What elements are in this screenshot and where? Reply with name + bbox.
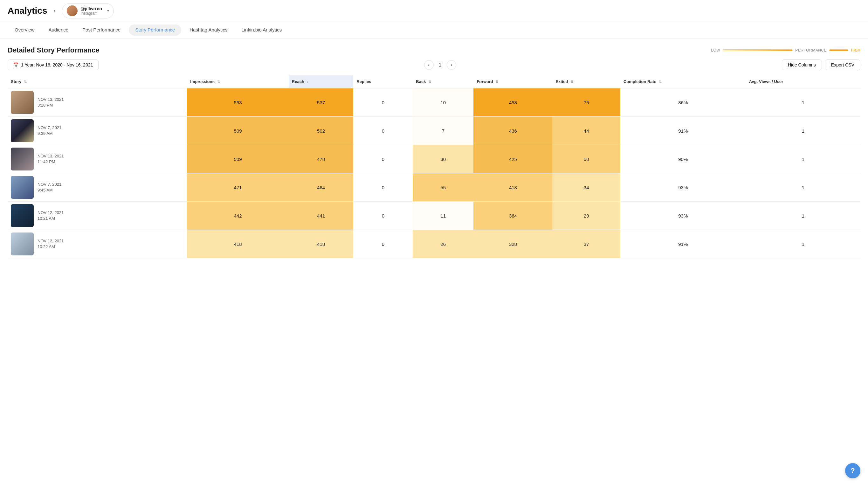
section-title: Detailed Story Performance — [8, 46, 99, 54]
performance-legend: LOW PERFORMANCE HIGH — [711, 48, 860, 53]
col-story-label: Story — [11, 79, 21, 84]
col-completion-rate[interactable]: Completion Rate ⇅ — [620, 75, 746, 88]
tab-linkin-bio[interactable]: Linkin.bio Analytics — [234, 22, 289, 38]
hide-columns-button[interactable]: Hide Columns — [782, 59, 822, 70]
reach-cell-4-inner: 441 — [289, 202, 353, 230]
avg-views-cell-5: 1 — [746, 230, 860, 258]
date-range-label: 1 Year: Nov 16, 2020 - Nov 16, 2021 — [21, 62, 93, 67]
reach-cell-0-inner: 537 — [289, 88, 353, 116]
table-row: NOV 7, 20219:45 AM 4714640554133493%1 — [8, 173, 860, 202]
story-cell-4: NOV 12, 202110:21 AM — [8, 202, 187, 230]
account-selector[interactable]: @jillwrren Instagram ▾ — [62, 3, 114, 19]
back-cell-3-inner: 55 — [413, 173, 473, 201]
forward-cell-4-inner: 364 — [473, 202, 552, 230]
col-impressions-label: Impressions — [190, 79, 215, 84]
impressions-cell-2-inner: 509 — [187, 145, 288, 173]
impressions-cell-3: 471 — [187, 173, 288, 202]
section-header: Detailed Story Performance LOW PERFORMAN… — [8, 46, 860, 54]
legend-gradient-bar — [723, 49, 793, 51]
col-forward[interactable]: Forward ⇅ — [473, 75, 552, 88]
avg-views-cell-4: 1 — [746, 202, 860, 230]
back-cell-4-inner: 11 — [413, 202, 473, 230]
col-avg-views[interactable]: Avg. Views / User — [746, 75, 860, 88]
nav-tabs: Overview Audience Post Performance Story… — [0, 22, 868, 38]
impressions-cell-4-inner: 442 — [187, 202, 288, 230]
controls-row: 📅 1 Year: Nov 16, 2020 - Nov 16, 2021 ‹ … — [8, 59, 860, 70]
forward-cell-3: 413 — [473, 173, 552, 202]
story-cell-1: NOV 7, 20219:39 AM — [8, 117, 187, 145]
back-cell-2-inner: 30 — [413, 145, 473, 173]
exited-cell-1: 44 — [552, 117, 620, 145]
completion-rate-cell-3: 93% — [620, 173, 746, 202]
table-row: NOV 12, 202110:21 AM 4424410113642993%1 — [8, 202, 860, 230]
analytics-title: Analytics — [8, 6, 48, 16]
prev-page-button[interactable]: ‹ — [424, 60, 434, 70]
exited-cell-3-inner: 34 — [552, 173, 620, 201]
exited-cell-3: 34 — [552, 173, 620, 202]
story-thumbnail — [11, 176, 34, 199]
story-performance-table: Story ⇅ Impressions ⇅ Reach ↓ Replies — [8, 75, 860, 258]
top-bar: Analytics › @jillwrren Instagram ▾ — [0, 0, 868, 22]
col-replies[interactable]: Replies — [353, 75, 413, 88]
tab-hashtag-analytics[interactable]: Hashtag Analytics — [183, 22, 234, 38]
back-cell-5: 26 — [413, 230, 473, 258]
impressions-cell-5: 418 — [187, 230, 288, 258]
back-cell-1: 7 — [413, 117, 473, 145]
reach-cell-5-inner: 418 — [289, 230, 353, 258]
dropdown-arrow-icon: ▾ — [107, 8, 109, 13]
story-thumbnail — [11, 91, 34, 114]
col-story[interactable]: Story ⇅ — [8, 75, 187, 88]
story-date: NOV 7, 20219:45 AM — [37, 182, 61, 193]
action-buttons: Hide Columns Export CSV — [782, 59, 860, 70]
legend-low: LOW — [711, 48, 720, 53]
export-csv-button[interactable]: Export CSV — [825, 59, 860, 70]
account-info: @jillwrren Instagram — [81, 6, 102, 16]
tab-audience[interactable]: Audience — [42, 22, 76, 38]
story-date: NOV 13, 20213:28 PM — [37, 97, 64, 108]
date-range-button[interactable]: 📅 1 Year: Nov 16, 2020 - Nov 16, 2021 — [8, 59, 99, 70]
reach-cell-5: 418 — [289, 230, 353, 258]
story-date: NOV 12, 202110:21 AM — [37, 210, 64, 221]
tab-overview[interactable]: Overview — [8, 22, 42, 38]
tab-post-performance[interactable]: Post Performance — [75, 22, 127, 38]
forward-cell-4: 364 — [473, 202, 552, 230]
back-cell-0: 10 — [413, 88, 473, 117]
impressions-cell-1: 509 — [187, 117, 288, 145]
main-content: Detailed Story Performance LOW PERFORMAN… — [0, 38, 868, 266]
tab-story-performance[interactable]: Story Performance — [129, 25, 181, 36]
impressions-cell-5-inner: 418 — [187, 230, 288, 258]
exited-cell-0: 75 — [552, 88, 620, 117]
col-back[interactable]: Back ⇅ — [413, 75, 473, 88]
completion-rate-cell-5: 91% — [620, 230, 746, 258]
pagination: ‹ 1 › — [424, 60, 456, 70]
story-date: NOV 12, 202110:22 AM — [37, 238, 64, 250]
back-cell-1-inner: 7 — [413, 117, 473, 145]
sort-icon-forward: ⇅ — [495, 80, 498, 84]
avg-views-cell-0: 1 — [746, 88, 860, 117]
forward-cell-2-inner: 425 — [473, 145, 552, 173]
table-body: NOV 13, 20213:28 PM 5535370104587586%1 N… — [8, 88, 860, 258]
table-row: NOV 13, 202111:42 PM 5094780304255090%1 — [8, 145, 860, 173]
reach-cell-3: 464 — [289, 173, 353, 202]
story-cell-3: NOV 7, 20219:45 AM — [8, 173, 187, 202]
col-reach-label: Reach — [292, 79, 304, 84]
back-cell-2: 30 — [413, 145, 473, 173]
reach-cell-4: 441 — [289, 202, 353, 230]
replies-cell-5: 0 — [353, 230, 413, 258]
account-name: @jillwrren — [81, 6, 102, 11]
exited-cell-1-inner: 44 — [552, 117, 620, 145]
table-row: NOV 12, 202110:22 AM 4184180263283791%1 — [8, 230, 860, 258]
back-cell-3: 55 — [413, 173, 473, 202]
col-impressions[interactable]: Impressions ⇅ — [187, 75, 288, 88]
col-reach[interactable]: Reach ↓ — [289, 75, 353, 88]
avatar-image — [67, 5, 78, 16]
replies-cell-1: 0 — [353, 117, 413, 145]
impressions-cell-2: 509 — [187, 145, 288, 173]
story-thumbnail — [11, 204, 34, 227]
reach-cell-0: 537 — [289, 88, 353, 117]
sort-icon-reach: ↓ — [307, 80, 308, 84]
replies-cell-2: 0 — [353, 145, 413, 173]
col-replies-label: Replies — [356, 79, 371, 84]
col-exited[interactable]: Exited ⇅ — [552, 75, 620, 88]
next-page-button[interactable]: › — [447, 60, 456, 70]
